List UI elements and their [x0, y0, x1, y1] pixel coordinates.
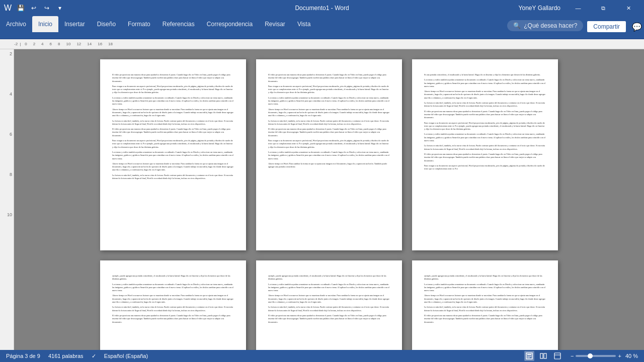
- tab-revisar[interactable]: Revisar: [259, 16, 291, 32]
- ruler-mark: 8: [58, 42, 60, 46]
- zoom-controls: − + 40 %: [571, 353, 638, 359]
- title-right: YoneY Gallardo — ⧉ ✕: [519, 0, 640, 16]
- page-5-text: ejemplo, puede agregar una portada coinc…: [268, 275, 390, 324]
- spell-check-icon: ✓: [92, 353, 96, 359]
- ruler-mark: 6: [50, 42, 52, 46]
- svg-rect-6: [554, 353, 560, 359]
- page-row-1: El vídeo proporciona una manera eficaz p…: [100, 59, 558, 250]
- close-button[interactable]: ✕: [617, 0, 640, 16]
- tab-insertar[interactable]: Insertar: [58, 16, 91, 32]
- undo-button[interactable]: ↩: [28, 2, 40, 14]
- tab-referencias[interactable]: Referencias: [156, 16, 201, 32]
- tab-archivo[interactable]: Archivo: [0, 16, 32, 32]
- search-icon: 🔍: [513, 22, 521, 29]
- page-2-text: El vídeo proporciona una manera eficaz p…: [268, 73, 390, 168]
- ruler-mark: |: [20, 42, 21, 46]
- zoom-out-button[interactable]: −: [571, 353, 574, 359]
- save-button[interactable]: 💾: [15, 2, 27, 14]
- ruler-v-mark: [0, 192, 14, 212]
- ruler-mark: 16: [98, 42, 102, 46]
- zoom-level: 40 %: [625, 353, 638, 359]
- document-title: Documento1 - Word: [295, 5, 349, 12]
- ruler-content: -2 | 0 2 4 6 8 10 12 14 16 18: [14, 39, 644, 49]
- print-layout-button[interactable]: [524, 351, 534, 361]
- tab-inicio[interactable]: Inicio: [32, 16, 58, 32]
- svg-rect-3: [527, 357, 530, 358]
- horizontal-ruler: -2 | 0 2 4 6 8 10 12 14 16 18: [0, 39, 644, 49]
- svg-rect-2: [527, 356, 531, 356]
- status-left: Página 3 de 9 4161 palabras ✓ Español (E…: [6, 353, 148, 359]
- page-4: ejemplo, puede agregar una portada coinc…: [100, 260, 246, 350]
- page-4-text: ejemplo, puede agregar una portada coinc…: [112, 275, 234, 324]
- ribbon: Archivo Inicio Insertar Diseño Formato R…: [0, 16, 644, 39]
- ruler-mark: 4: [41, 42, 43, 46]
- tell-me-input[interactable]: 🔍 ¿Qué desea hacer?: [507, 20, 583, 31]
- ruler-v-mark: [0, 71, 14, 92]
- svg-rect-4: [540, 353, 543, 358]
- zoom-slider[interactable]: [576, 355, 616, 357]
- ruler-v-mark: 8: [0, 172, 14, 192]
- share-button[interactable]: Compartir: [587, 21, 626, 32]
- read-mode-button[interactable]: [538, 351, 548, 361]
- customize-button[interactable]: ▾: [54, 2, 66, 14]
- title-bar: W 💾 ↩ ↪ ▾ Documento1 - Word YoneY Gallar…: [0, 0, 644, 16]
- ruler-mark: 0: [25, 42, 27, 46]
- ruler-mark: 14: [87, 42, 92, 46]
- ruler-mark: 12: [76, 42, 81, 46]
- comment-button[interactable]: 💬: [630, 20, 644, 34]
- ruler-v-mark: 6: [0, 132, 14, 152]
- svg-rect-5: [544, 353, 546, 358]
- word-count[interactable]: 4161 palabras: [48, 353, 84, 359]
- tab-diseno[interactable]: Diseño: [91, 16, 122, 32]
- tab-vista[interactable]: Vista: [291, 16, 316, 32]
- page-3-text: Si una portada coincidente, el encabezad…: [424, 73, 546, 170]
- quick-access-toolbar: 💾 ↩ ↪ ▾: [15, 2, 66, 14]
- ribbon-right: 🔍 ¿Qué desea hacer? Compartir 💬: [507, 16, 644, 39]
- ruler-v-mark: 10: [0, 212, 14, 232]
- tab-formato[interactable]: Formato: [122, 16, 156, 32]
- status-bar: Página 3 de 9 4161 palabras ✓ Español (E…: [0, 350, 644, 362]
- ruler-v-mark: [0, 112, 14, 132]
- minimize-button[interactable]: —: [567, 0, 590, 16]
- page-1: El vídeo proporciona una manera eficaz p…: [100, 59, 246, 250]
- ruler-mark: 2: [33, 42, 35, 46]
- main-layout: 2 4 6 8 10 El vídeo proporciona una mane…: [0, 49, 644, 350]
- document-area[interactable]: El vídeo proporciona una manera eficaz p…: [14, 49, 644, 350]
- redo-button[interactable]: ↪: [41, 2, 53, 14]
- web-layout-button[interactable]: [552, 351, 562, 361]
- user-name: YoneY Gallardo: [519, 5, 560, 12]
- page-row-2: ejemplo, puede agregar una portada coinc…: [100, 260, 558, 350]
- page-5: ejemplo, puede agregar una portada coinc…: [256, 260, 402, 350]
- page-3: Si una portada coincidente, el encabezad…: [412, 59, 558, 250]
- ruler-mark: -2: [14, 42, 18, 46]
- ruler-mark: 18: [108, 42, 113, 46]
- zoom-in-button[interactable]: +: [618, 353, 621, 359]
- ribbon-tabs-row: Archivo Inicio Insertar Diseño Formato R…: [0, 16, 644, 39]
- vertical-ruler: 2 4 6 8 10: [0, 49, 14, 350]
- title-left: W 💾 ↩ ↪ ▾: [4, 2, 66, 14]
- word-app-icon: W: [4, 4, 12, 13]
- page-6: ejemplo, puede agregar una portada coinc…: [412, 260, 558, 350]
- restore-button[interactable]: ⧉: [592, 0, 615, 16]
- ruler-v-mark: [0, 152, 14, 172]
- page-info: Página 3 de 9: [6, 353, 40, 359]
- page-2: El vídeo proporciona una manera eficaz p…: [256, 59, 402, 250]
- ruler-mark: 10: [66, 42, 70, 46]
- language[interactable]: Español (España): [104, 353, 148, 359]
- tab-correspondencia[interactable]: Correspondencia: [201, 16, 259, 32]
- tell-me-label: ¿Qué desea hacer?: [524, 22, 577, 29]
- page-1-text: El vídeo proporciona una manera eficaz p…: [112, 73, 234, 180]
- ruler-v-mark: 4: [0, 92, 14, 112]
- status-right: − + 40 %: [524, 351, 638, 361]
- svg-rect-1: [527, 354, 531, 355]
- zoom-thumb[interactable]: [588, 353, 593, 358]
- ruler-v-mark: 2: [0, 51, 14, 71]
- page-6-text: ejemplo, puede agregar una portada coinc…: [424, 275, 546, 324]
